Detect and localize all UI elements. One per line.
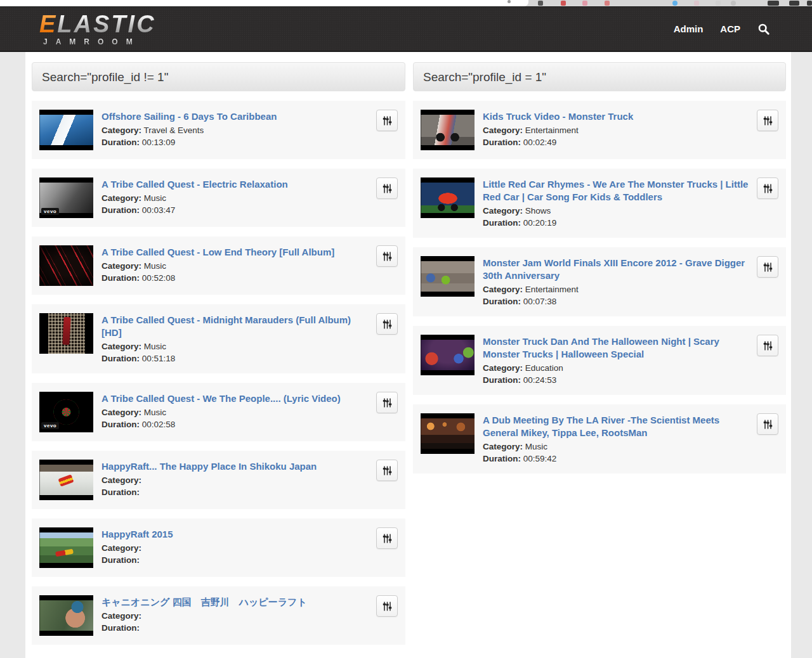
video-meta: A Tribe Called Quest - Midnight Marauder… [102,313,368,364]
video-title-link[interactable]: Little Red Car Rhymes - We Are The Monst… [483,178,749,203]
site-logo[interactable]: ELASTIC JAMROOM [39,12,156,46]
video-thumbnail[interactable]: vevo [39,392,93,432]
sliders-button[interactable] [757,110,778,131]
duration-value: 00:59:42 [523,454,557,463]
category-label: Category: [102,611,141,621]
bookmark-icon[interactable] [582,1,587,6]
video-thumbnail[interactable] [421,413,475,454]
video-thumbnail[interactable] [39,313,93,354]
bookmark-icon[interactable] [731,1,736,6]
sliders-button[interactable] [376,110,398,131]
search-icon[interactable] [757,23,770,35]
video-thumbnail[interactable] [39,110,93,150]
video-thumbnail[interactable] [39,527,93,568]
video-title-link[interactable]: Monster Jam World Finals XIII Encore 201… [483,257,749,282]
duration-label: Duration: [102,138,140,147]
duration-line: Duration: 00:51:18 [102,353,368,365]
video-meta: Monster Truck Dan And The Halloween Nigh… [483,335,749,386]
sliders-button[interactable] [376,313,398,335]
sliders-button[interactable] [376,527,398,549]
duration-value: 00:02:58 [142,420,176,429]
video-result-card: Monster Jam World Finals XIII Encore 201… [413,247,786,316]
duration-value: 00:13:09 [142,138,176,147]
right-search-header: Search="profile_id = 1" [413,62,786,91]
duration-line: Duration: 00:24:53 [483,375,749,387]
video-title-link[interactable]: HappyRaft... The Happy Place In Shikoku … [102,460,368,473]
sliders-button[interactable] [757,335,778,356]
bookmark-icon[interactable] [672,1,678,6]
video-meta: Monster Jam World Finals XIII Encore 201… [483,256,749,307]
video-thumbnail[interactable] [39,245,93,286]
video-thumbnail[interactable] [421,335,475,375]
sliders-button[interactable] [757,177,778,199]
sliders-button[interactable] [757,256,778,278]
video-meta: Kids Truck Video - Monster Truck Categor… [483,110,749,150]
video-thumbnail[interactable] [39,595,93,636]
duration-line: Duration: [102,487,368,499]
bookmark-icon[interactable] [807,1,812,6]
category-line: Category: Music [483,441,749,453]
category-line: Category: Entertainment [483,125,749,137]
video-thumbnail[interactable] [39,460,93,500]
sliders-button[interactable] [757,413,778,435]
video-meta: A Tribe Called Quest - We The People....… [102,392,368,432]
video-meta: A Tribe Called Quest - Low End Theory [F… [102,245,368,286]
video-thumbnail[interactable] [421,256,475,297]
duration-line: Duration: 00:07:38 [483,296,749,308]
video-thumbnail-art [39,600,93,631]
nav-admin-link[interactable]: Admin [674,23,704,34]
duration-label: Duration: [102,205,140,215]
category-label: Category: [102,543,141,553]
bookmark-icon[interactable] [694,1,699,6]
duration-label: Duration: [483,138,521,147]
bookmark-icon[interactable] [716,1,721,6]
bookmark-icon[interactable] [789,1,799,6]
nav-acp-link[interactable]: ACP [720,23,740,34]
video-title-link[interactable]: A Tribe Called Quest - We The People....… [102,392,368,405]
category-value: Music [144,193,166,203]
video-meta: キャニオニング 四国 吉野川 ハッピーラフト Category: Duratio… [102,595,368,636]
video-title-link[interactable]: A Tribe Called Quest - Midnight Marauder… [102,314,368,339]
bookmark-icon[interactable] [561,1,566,6]
logo-subtitle: JAMROOM [39,38,156,46]
sliders-button[interactable] [376,245,398,267]
duration-line: Duration: 00:13:09 [102,137,368,149]
category-label: Category: [483,363,523,373]
video-thumbnail[interactable] [421,110,475,150]
bookmark-icon[interactable] [768,1,779,6]
video-title-link[interactable]: Monster Truck Dan And The Halloween Nigh… [483,335,749,361]
category-label: Category: [102,342,141,351]
video-title-link[interactable]: A Tribe Called Quest - Electric Relaxati… [102,178,368,191]
category-line: Category: Travel & Events [102,125,368,137]
video-title-link[interactable]: Kids Truck Video - Monster Truck [483,110,749,123]
video-result-card: A Dub Meeting By The LA River -The Scien… [413,404,786,474]
bookmark-icon[interactable] [538,1,543,6]
sliders-button[interactable] [376,595,398,617]
video-result-card: Little Red Car Rhymes - We Are The Monst… [413,169,786,238]
category-line: Category: Education [483,363,749,375]
video-thumbnail-art [421,261,475,292]
video-thumbnail[interactable]: vevo [39,177,93,218]
category-value: Music [144,408,166,417]
logo-rest: LASTIC [57,11,155,37]
bookmark-icon[interactable] [605,1,610,6]
duration-value: 00:51:18 [142,354,176,363]
video-thumbnail-art [39,115,93,145]
category-line: Category: Music [102,341,368,353]
sliders-button[interactable] [376,460,398,481]
category-label: Category: [102,261,141,271]
video-result-card: vevo A Tribe Called Quest - Electric Rel… [32,169,405,227]
left-search-header: Search="profile_id != 1" [32,62,405,91]
right-results-list: Kids Truck Video - Monster Truck Categor… [413,101,786,474]
address-bar-sliver[interactable] [0,0,528,6]
video-title-link[interactable]: Offshore Sailing - 6 Days To Caribbean [102,110,368,123]
sliders-button[interactable] [376,177,398,199]
duration-label: Duration: [483,297,521,306]
video-title-link[interactable]: A Tribe Called Quest - Low End Theory [F… [102,246,368,259]
video-title-link[interactable]: A Dub Meeting By The LA River -The Scien… [483,414,749,439]
video-title-link[interactable]: キャニオニング 四国 吉野川 ハッピーラフト [102,596,368,609]
video-thumbnail[interactable] [421,177,475,218]
video-result-card: Monster Truck Dan And The Halloween Nigh… [413,326,786,395]
video-title-link[interactable]: HappyRaft 2015 [102,528,368,541]
sliders-button[interactable] [376,392,398,413]
